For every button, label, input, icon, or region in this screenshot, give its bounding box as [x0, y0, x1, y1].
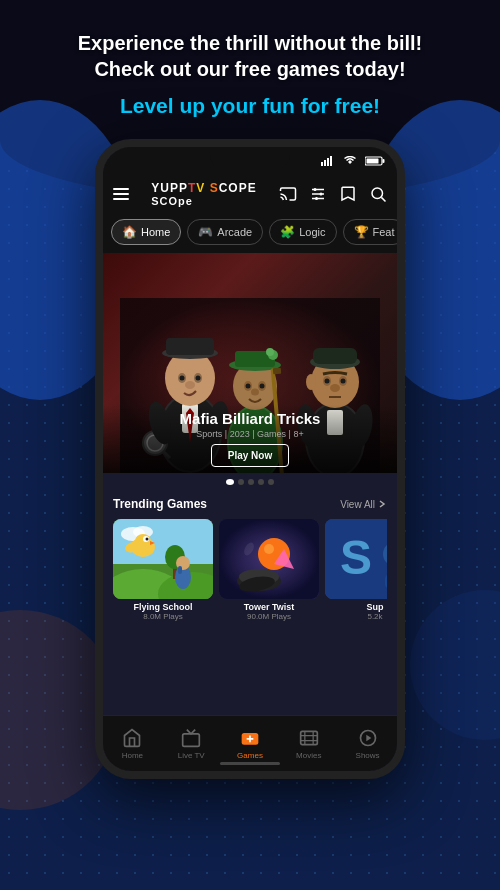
- svg-point-74: [146, 538, 149, 541]
- bottom-nav-games[interactable]: Games: [221, 728, 280, 760]
- svg-rect-5: [383, 159, 385, 163]
- game-card-flying-school[interactable]: Flying School 8.0M Plays: [113, 519, 213, 621]
- movies-nav-icon: [299, 728, 319, 748]
- tab-logic-emoji: 🧩: [280, 225, 295, 239]
- svg-line-15: [381, 198, 385, 202]
- phone-notch: [210, 147, 290, 169]
- game-cards: Flying School 8.0M Plays: [113, 519, 387, 621]
- tab-feat-emoji: 🏆: [354, 225, 369, 239]
- game-card-flying-school-title: Flying School: [113, 602, 213, 612]
- phone-mockup: YUPPTV SCOPE SCOpe: [95, 139, 405, 779]
- bottom-nav-shows-label: Shows: [356, 751, 380, 760]
- svg-rect-6: [367, 159, 379, 164]
- bottom-nav-home-label: Home: [122, 751, 143, 760]
- wifi-icon: [343, 156, 357, 166]
- svg-point-83: [264, 544, 274, 554]
- svg-rect-79: [178, 566, 182, 574]
- hamburger-menu[interactable]: [113, 188, 129, 200]
- svg-rect-0: [321, 162, 323, 166]
- content-wrapper: Experience the thrill without the bill! …: [0, 0, 500, 890]
- app-logo: YUPPTV SCOPE SCOpe: [151, 181, 256, 207]
- svg-rect-94: [183, 734, 200, 747]
- svg-point-26: [180, 376, 185, 381]
- bottom-nav-games-label: Games: [237, 751, 263, 760]
- hero-title: Mafia Billiard Tricks: [113, 410, 387, 427]
- tab-home[interactable]: 🏠 Home: [111, 219, 181, 245]
- svg-text:S: S: [340, 531, 372, 584]
- game-card-tower-twist-title: Tower Twist: [219, 602, 319, 612]
- live-tv-nav-icon: [181, 728, 201, 748]
- svg-point-13: [315, 197, 318, 200]
- bottom-nav-movies[interactable]: Movies: [279, 728, 338, 760]
- dot-2[interactable]: [238, 479, 244, 485]
- game-card-super-title: Sup: [325, 602, 387, 612]
- tab-logic-label: Logic: [299, 226, 325, 238]
- bottom-nav-home[interactable]: Home: [103, 728, 162, 760]
- signal-icon: [321, 156, 335, 166]
- dots-indicator: [103, 473, 397, 491]
- tab-arcade-emoji: 🎮: [198, 225, 213, 239]
- play-now-button[interactable]: Play Now: [211, 444, 289, 467]
- svg-point-14: [372, 188, 383, 199]
- chevron-right-icon: [377, 499, 387, 509]
- svg-point-27: [196, 376, 201, 381]
- hero-banner: Mafia Billiard Tricks Sports | 2023 | Ga…: [103, 253, 397, 473]
- svg-rect-47: [273, 368, 281, 375]
- game-card-super-img: S: [325, 519, 387, 599]
- dot-3[interactable]: [248, 479, 254, 485]
- shows-nav-icon: [358, 728, 378, 748]
- flying-school-art: [113, 519, 213, 599]
- svg-point-58: [330, 384, 340, 392]
- tab-feat[interactable]: 🏆 Feat: [343, 219, 398, 245]
- dot-4[interactable]: [258, 479, 264, 485]
- game-card-tower-twist[interactable]: Tower Twist 90.0M Plays: [219, 519, 319, 621]
- svg-point-12: [319, 193, 322, 196]
- page-background: Experience the thrill without the bill! …: [0, 0, 500, 890]
- logo-top: YUPPTV SCOPE: [151, 181, 256, 195]
- headline-line2: Check out our free games today!: [94, 58, 405, 80]
- bottom-nav-movies-label: Movies: [296, 751, 321, 760]
- game-card-flying-school-plays: 8.0M Plays: [113, 612, 213, 621]
- tab-logic[interactable]: 🧩 Logic: [269, 219, 336, 245]
- tab-home-label: Home: [141, 226, 170, 238]
- nav-icons: [279, 185, 387, 203]
- tab-home-emoji: 🏠: [122, 225, 137, 239]
- svg-rect-23: [166, 338, 214, 355]
- tab-arcade[interactable]: 🎮 Arcade: [187, 219, 263, 245]
- tab-feat-label: Feat: [373, 226, 395, 238]
- trending-section: Trending Games View All: [103, 491, 397, 627]
- super-art: S: [325, 519, 387, 599]
- svg-point-60: [306, 374, 316, 390]
- hero-meta: Sports | 2023 | Games | 8+: [113, 429, 387, 439]
- bottom-nav-shows[interactable]: Shows: [338, 728, 397, 760]
- svg-rect-3: [330, 156, 332, 166]
- trending-title: Trending Games: [113, 497, 207, 511]
- bookmark-icon[interactable]: [339, 185, 357, 203]
- tab-arcade-label: Arcade: [217, 226, 252, 238]
- headline: Experience the thrill without the bill! …: [78, 30, 422, 82]
- phone-screen: YUPPTV SCOPE SCOpe: [103, 147, 397, 771]
- promo-text: Experience the thrill without the bill! …: [58, 0, 442, 129]
- headline-line1: Experience the thrill without the bill!: [78, 32, 422, 54]
- top-nav: YUPPTV SCOPE SCOpe: [103, 175, 397, 215]
- trending-header: Trending Games View All: [113, 497, 387, 511]
- svg-rect-2: [327, 158, 329, 166]
- svg-rect-53: [313, 348, 357, 364]
- tune-icon[interactable]: [309, 185, 327, 203]
- svg-point-56: [325, 379, 330, 384]
- game-card-super[interactable]: S Sup 5.2k: [325, 519, 387, 621]
- home-nav-icon: [122, 728, 142, 748]
- game-card-tower-twist-img: [219, 519, 319, 599]
- cast-icon[interactable]: [279, 185, 297, 203]
- svg-point-44: [260, 384, 265, 389]
- dot-5[interactable]: [268, 479, 274, 485]
- svg-point-57: [341, 379, 346, 384]
- view-all-button[interactable]: View All: [340, 499, 387, 510]
- bottom-nav-live-tv[interactable]: Live TV: [162, 728, 221, 760]
- search-icon[interactable]: [369, 185, 387, 203]
- svg-point-40: [266, 348, 274, 356]
- svg-point-11: [313, 188, 316, 191]
- category-tabs: 🏠 Home 🎮 Arcade 🧩 Logic 🏆 Feat: [103, 215, 397, 253]
- svg-point-99: [254, 740, 257, 743]
- dot-1[interactable]: [226, 479, 234, 485]
